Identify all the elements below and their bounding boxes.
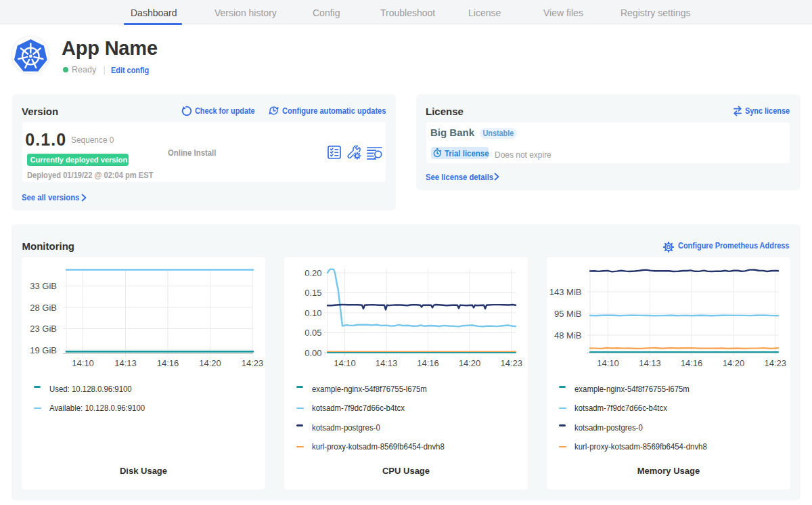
svg-text:14:23: 14:23: [501, 358, 523, 368]
svg-text:14:16: 14:16: [417, 358, 439, 368]
svg-text:14:13: 14:13: [639, 358, 661, 368]
svg-text:33 GiB: 33 GiB: [30, 281, 57, 291]
svg-text:14:13: 14:13: [376, 358, 398, 368]
svg-text:23 GiB: 23 GiB: [30, 324, 57, 334]
svg-text:14:10: 14:10: [72, 358, 94, 368]
svg-text:0.15: 0.15: [304, 288, 321, 298]
svg-text:28 GiB: 28 GiB: [30, 303, 57, 313]
svg-text:14:20: 14:20: [723, 358, 745, 368]
svg-text:14:10: 14:10: [597, 358, 619, 368]
svg-text:0.00: 0.00: [304, 348, 321, 358]
svg-text:14:20: 14:20: [459, 358, 481, 368]
svg-text:14:16: 14:16: [681, 358, 703, 368]
svg-text:14:13: 14:13: [114, 358, 137, 368]
svg-text:0.20: 0.20: [304, 268, 321, 278]
svg-text:0.05: 0.05: [304, 328, 321, 338]
svg-text:0.10: 0.10: [304, 308, 321, 318]
svg-text:19 GiB: 19 GiB: [30, 345, 57, 355]
svg-text:14:10: 14:10: [334, 358, 356, 368]
svg-text:95 MiB: 95 MiB: [554, 309, 581, 319]
svg-text:14:20: 14:20: [199, 358, 221, 368]
svg-text:14:23: 14:23: [765, 358, 787, 368]
svg-text:143 MiB: 143 MiB: [549, 287, 582, 297]
svg-text:14:23: 14:23: [242, 358, 264, 368]
svg-text:48 MiB: 48 MiB: [554, 330, 581, 341]
svg-text:14:16: 14:16: [157, 358, 179, 368]
